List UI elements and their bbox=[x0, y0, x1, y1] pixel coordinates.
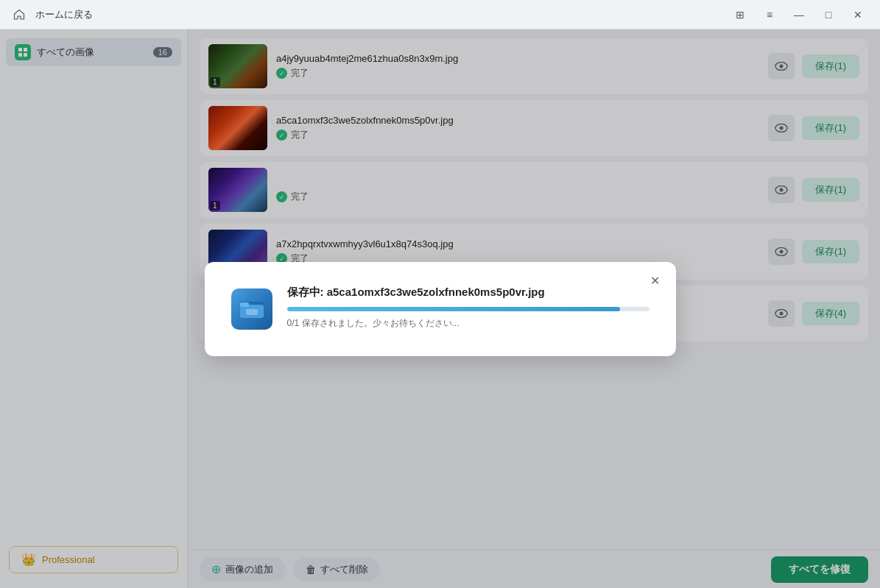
modal-close-button[interactable]: ✕ bbox=[645, 271, 666, 291]
close-icon: ✕ bbox=[650, 274, 660, 288]
progress-bar-wrap bbox=[287, 307, 650, 311]
maximize-button[interactable]: □ bbox=[815, 4, 842, 25]
svg-rect-17 bbox=[246, 309, 258, 315]
home-button[interactable] bbox=[9, 4, 29, 25]
progress-bar bbox=[287, 307, 621, 311]
modal-text: 保存中: a5ca1omxf3c3we5zolxfnnek0ms5p0vr.jp… bbox=[287, 286, 650, 330]
titlebar: ホームに戻る ⊞ ≡ — □ ✕ bbox=[0, 0, 880, 29]
display-button[interactable]: ⊞ bbox=[727, 4, 753, 25]
minimize-icon: — bbox=[794, 9, 804, 21]
titlebar-left: ホームに戻る bbox=[9, 4, 93, 25]
display-icon: ⊞ bbox=[736, 9, 745, 21]
modal-title: 保存中: a5ca1omxf3c3we5zolxfnnek0ms5p0vr.jp… bbox=[287, 286, 650, 300]
maximize-icon: □ bbox=[826, 9, 831, 21]
modal-content: 保存中: a5ca1omxf3c3we5zolxfnnek0ms5p0vr.jp… bbox=[231, 286, 650, 330]
modal-status-text: 0/1 保存されました。少々お待ちください... bbox=[287, 317, 650, 330]
titlebar-title: ホームに戻る bbox=[35, 8, 93, 21]
titlebar-controls: ⊞ ≡ — □ ✕ bbox=[727, 4, 871, 25]
minimize-button[interactable]: — bbox=[786, 4, 812, 25]
modal-title-prefix: 保存中: bbox=[287, 286, 327, 298]
modal-overlay: ✕ 保存中: a5ca1omxf3c3we5zolxfnnek0ms5p0vr.… bbox=[0, 29, 880, 588]
menu-button[interactable]: ≡ bbox=[756, 4, 783, 25]
save-progress-modal: ✕ 保存中: a5ca1omxf3c3we5zolxfnnek0ms5p0vr.… bbox=[205, 262, 676, 356]
close-icon: ✕ bbox=[853, 9, 862, 21]
modal-icon bbox=[231, 288, 272, 330]
menu-icon: ≡ bbox=[767, 9, 772, 21]
save-icon bbox=[231, 288, 272, 330]
svg-rect-16 bbox=[240, 302, 249, 307]
modal-filename: a5ca1omxf3c3we5zolxfnnek0ms5p0vr.jpg bbox=[327, 286, 545, 298]
close-button[interactable]: ✕ bbox=[845, 4, 871, 25]
